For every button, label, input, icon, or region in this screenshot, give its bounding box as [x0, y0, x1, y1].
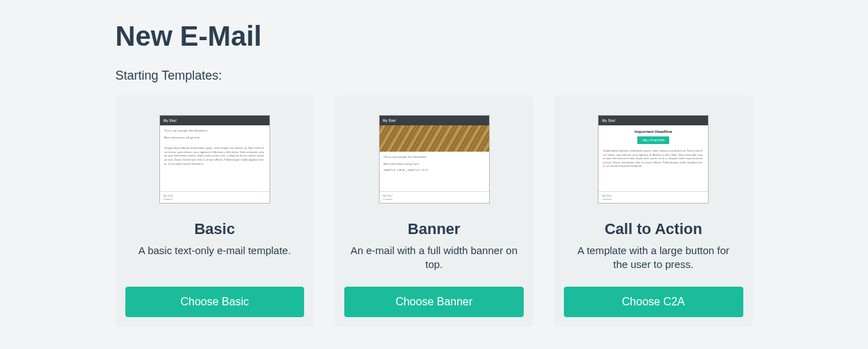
- choose-banner-button[interactable]: Choose Banner: [344, 287, 524, 317]
- preview-c2a: My Site! Important Headline CALL TO ACTI…: [598, 115, 709, 204]
- template-title-banner: Banner: [408, 220, 461, 238]
- page-title: New E-Mail: [116, 21, 753, 52]
- preview-banner: My Site! This is my example Site Newslet…: [379, 115, 490, 204]
- preview-lorem: Suspendisse lobortis molestudes quam, vi…: [164, 146, 265, 165]
- starting-templates-label: Starting Templates:: [116, 69, 753, 83]
- preview-banner-image: [380, 125, 489, 152]
- preview-c2a-headline: Important Headline: [599, 129, 708, 134]
- template-card-banner: My Site! This is my example Site Newslet…: [335, 96, 533, 327]
- preview-body: This is my example Site Newsletter. More…: [160, 125, 269, 191]
- preview-footer: My Site! Contact: [599, 191, 708, 203]
- template-title-basic: Basic: [194, 220, 235, 238]
- template-desc-banner: An e-mail with a full width banner on to…: [344, 244, 524, 273]
- template-desc-basic: A basic text-only e-mail template.: [133, 244, 296, 273]
- preview-sample-row: SAMPLE DATA | SAMPLE TEXT: [384, 168, 485, 172]
- preview-header: My Site!: [599, 116, 708, 125]
- choose-c2a-button[interactable]: Choose C2A: [564, 287, 743, 317]
- preview-c2a-button: CALL TO ACTION: [637, 136, 669, 144]
- preview-body: Suspendisse lobortis molestudes quam, vi…: [599, 149, 708, 191]
- preview-footer: My Site! Contact: [160, 191, 269, 203]
- preview-basic: My Site! This is my example Site Newslet…: [159, 115, 270, 204]
- template-cards: My Site! This is my example Site Newslet…: [116, 96, 753, 327]
- template-desc-c2a: A template with a large button for the u…: [564, 244, 743, 273]
- preview-body: This is my example Site Newsletter. More…: [380, 152, 489, 191]
- template-card-c2a: My Site! Important Headline CALL TO ACTI…: [554, 96, 753, 327]
- preview-header: My Site!: [380, 116, 489, 125]
- choose-basic-button[interactable]: Choose Basic: [125, 287, 305, 317]
- preview-header: My Site!: [160, 116, 269, 125]
- template-card-basic: My Site! This is my example Site Newslet…: [116, 96, 315, 327]
- preview-footer: My Site! Contact: [380, 191, 489, 203]
- template-title-c2a: Call to Action: [605, 220, 702, 238]
- preview-info: More information will go here.: [384, 162, 485, 166]
- preview-lorem: Suspendisse lobortis molestudes quam, vi…: [603, 149, 704, 168]
